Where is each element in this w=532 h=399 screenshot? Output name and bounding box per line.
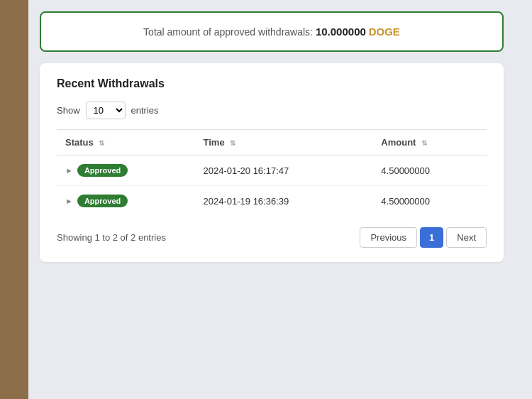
col-status: Status ⇅: [57, 130, 195, 155]
cell-status: ►Approved: [57, 155, 195, 186]
entries-label: entries: [131, 105, 159, 116]
show-label: Show: [57, 105, 80, 116]
status-badge: Approved: [77, 195, 128, 207]
total-amount-box: Total amount of approved withdrawals: 10…: [40, 11, 504, 52]
section-title: Recent Withdrawals: [57, 77, 487, 90]
col-amount: Amount ⇅: [372, 130, 487, 155]
next-button[interactable]: Next: [446, 227, 487, 248]
show-entries-row: Show 10 25 50 100 entries: [57, 102, 487, 119]
pagination-controls: Previous 1 Next: [360, 227, 487, 248]
entries-select[interactable]: 10 25 50 100: [86, 102, 126, 119]
pagination-row: Showing 1 to 2 of 2 entries Previous 1 N…: [57, 227, 487, 248]
col-time: Time ⇅: [195, 130, 373, 155]
cell-status: ►Approved: [57, 186, 195, 217]
total-amount-value: 10.000000: [316, 26, 366, 38]
row-arrow: ►: [65, 166, 73, 175]
cell-amount: 4.50000000: [372, 155, 487, 186]
total-amount-label: Total amount of approved withdrawals:: [143, 26, 313, 38]
table-header-row: Status ⇅ Time ⇅ Amount ⇅: [57, 130, 487, 155]
withdrawals-card: Recent Withdrawals Show 10 25 50 100 ent…: [40, 63, 504, 262]
total-amount-currency: DOGE: [369, 26, 400, 38]
row-arrow: ►: [65, 197, 73, 205]
sort-icon-time: ⇅: [230, 139, 235, 147]
sort-icon-amount: ⇅: [421, 139, 427, 147]
cell-time: 2024-01-20 16:17:47: [195, 155, 373, 186]
page-1-button[interactable]: 1: [420, 227, 443, 248]
cell-time: 2024-01-19 16:36:39: [195, 186, 373, 217]
showing-text: Showing 1 to 2 of 2 entries: [57, 232, 166, 243]
status-badge: Approved: [77, 164, 128, 177]
withdrawals-table: Status ⇅ Time ⇅ Amount ⇅ ►Approved2024-0…: [57, 129, 487, 216]
table-row: ►Approved2024-01-20 16:17:474.50000000: [57, 155, 487, 186]
left-sidebar: [0, 0, 28, 399]
sort-icon-status: ⇅: [99, 139, 104, 147]
cell-amount: 4.50000000: [372, 186, 487, 217]
previous-button[interactable]: Previous: [360, 227, 417, 248]
table-row: ►Approved2024-01-19 16:36:394.50000000: [57, 186, 487, 217]
